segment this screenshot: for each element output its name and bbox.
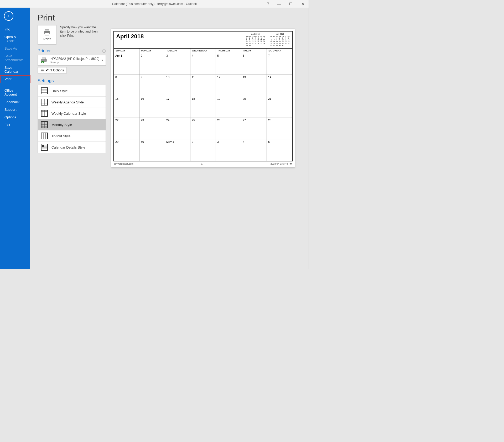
footer-email: terry@diswell.com [114, 162, 133, 165]
sidebar-item-support[interactable]: Support [0, 106, 30, 113]
window-controls: — ☐ ✕ [273, 0, 309, 8]
calendar-cell: 18 [190, 96, 216, 118]
style-icon [41, 99, 48, 106]
calendar-cell: 30 [139, 139, 165, 161]
svg-rect-5 [42, 58, 46, 60]
calendar-cell: 26 [216, 118, 241, 139]
calendar-cell: 14 [267, 75, 292, 96]
close-button[interactable]: ✕ [297, 0, 309, 8]
svg-rect-1 [45, 29, 49, 31]
back-button[interactable] [4, 11, 13, 21]
print-button[interactable]: Print [38, 25, 56, 45]
printer-status: Ready [50, 61, 99, 64]
style-daily-style[interactable]: Daily Style [38, 85, 106, 97]
calendar-row: 2930May 12345 [114, 139, 292, 161]
svg-rect-2 [45, 33, 49, 35]
sidebar-item-save-as: Save As [0, 45, 30, 52]
print-options-button[interactable]: Print Options [38, 67, 67, 73]
day-header-row: SUNDAYMONDAYTUESDAYWEDNESDAYTHURSDAYFRID… [113, 48, 293, 53]
calendar-cell: 2 [190, 139, 216, 161]
style-tri-fold-style[interactable]: Tri-fold Style [38, 130, 106, 142]
sidebar-item-feedback[interactable]: Feedback [0, 98, 30, 106]
minimize-button[interactable]: — [273, 0, 285, 8]
calendar-row: 15161718192021 [114, 96, 292, 118]
calendar-cell: 9 [139, 75, 165, 96]
style-label: Calendar Details Style [51, 145, 85, 149]
mini-calendar: May 2018SuMoTuWeThFrSa123456789101112131… [270, 33, 290, 46]
calendar-cell: 10 [165, 75, 190, 96]
printer-dropdown[interactable]: HPA2F9A2 (HP Officejet Pro 8620) Ready ▼ [38, 55, 106, 66]
style-label: Weekly Calendar Style [51, 112, 86, 115]
calendar-cell: 12 [216, 75, 241, 96]
calendar-cell: 7 [267, 53, 292, 75]
page-title: Print [38, 13, 106, 23]
sidebar-item-save-attachments: Save Attachments [0, 52, 30, 64]
sidebar-item-save-calendar[interactable]: Save Calendar [0, 64, 30, 75]
calendar-cell: 22 [114, 118, 139, 139]
calendar-cell: 19 [216, 96, 241, 118]
day-header: SATURDAY [267, 49, 292, 53]
sidebar-item-info[interactable]: Info [0, 25, 30, 33]
style-weekly-calendar-style[interactable]: Weekly Calendar Style [38, 108, 106, 119]
maximize-button[interactable]: ☐ [285, 0, 297, 8]
style-weekly-agenda-style[interactable]: Weekly Agenda Style [38, 97, 106, 108]
calendar-cell: 23 [139, 118, 165, 139]
calendar-month-title: April 2018 [116, 33, 144, 40]
calendar-cell: 3 [216, 139, 241, 161]
svg-point-3 [49, 31, 49, 32]
main-pane: Print Print Specify how you want the ite… [30, 8, 309, 269]
calendar-cell: 24 [165, 118, 190, 139]
style-icon [41, 144, 48, 151]
calendar-cell: 29 [114, 139, 139, 161]
window-title: Calendar (This computer only) - terry@di… [112, 2, 197, 6]
style-list: Daily StyleWeekly Agenda StyleWeekly Cal… [38, 85, 106, 153]
style-label: Tri-fold Style [51, 134, 70, 138]
day-header: THURSDAY [216, 49, 241, 53]
svg-rect-7 [41, 70, 44, 71]
calendar-cell: 5 [216, 53, 241, 75]
titlebar: Calendar (This computer only) - terry@di… [0, 0, 309, 8]
print-preview-page: April 2018 April 2018SuMoTuWeThFrSa12345… [111, 29, 295, 167]
printer-status-icon [40, 57, 48, 63]
arrow-left-icon [6, 14, 11, 18]
calendar-cell: 28 [267, 118, 292, 139]
info-icon[interactable]: i [102, 49, 106, 53]
day-header: SUNDAY [114, 49, 139, 53]
sidebar-item-print[interactable]: Print [0, 75, 30, 83]
day-header: TUESDAY [165, 49, 190, 53]
calendar-cell: 16 [139, 96, 165, 118]
print-description: Specify how you want the item to be prin… [60, 25, 100, 45]
calendar-cell: 8 [114, 75, 139, 96]
calendar-cell: 20 [241, 96, 267, 118]
help-icon[interactable]: ? [267, 1, 269, 5]
outlook-backstage-window: Calendar (This computer only) - terry@di… [0, 0, 309, 269]
calendar-cell: May 1 [165, 139, 190, 161]
style-label: Monthly Style [51, 123, 72, 127]
svg-rect-29 [41, 133, 48, 139]
svg-rect-33 [42, 145, 44, 147]
print-options-icon [40, 69, 44, 72]
sidebar-item-exit[interactable]: Exit [0, 121, 30, 129]
svg-rect-8 [41, 69, 43, 70]
style-monthly-style[interactable]: Monthly Style [38, 119, 106, 130]
calendar-row: 22232425262728 [114, 118, 292, 139]
sidebar-item-open-export[interactable]: Open & Export [0, 33, 30, 45]
calendar-cell: 27 [241, 118, 267, 139]
calendar-cell: 15 [114, 96, 139, 118]
preview-footer: terry@diswell.com 1 2018-04-03 3:48 PM [113, 161, 293, 165]
calendar-row: 891011121314 [114, 75, 292, 96]
style-calendar-details-style[interactable]: Calendar Details Style [38, 142, 106, 153]
print-settings-column: Print Print Specify how you want the ite… [38, 13, 106, 269]
day-header: WEDNESDAY [190, 49, 216, 53]
calendar-cell: 6 [241, 53, 267, 75]
backstage-sidebar: InfoOpen & ExportSave AsSave Attachments… [0, 8, 30, 269]
calendar-row: Apr 1234567 [114, 53, 292, 75]
sidebar-item-options[interactable]: Options [0, 113, 30, 121]
chevron-down-icon: ▼ [101, 59, 103, 62]
style-icon [41, 133, 48, 139]
sidebar-item-office-account[interactable]: Office Account [0, 87, 30, 98]
calendar-grid: Apr 123456789101112131415161718192021222… [113, 53, 293, 161]
calendar-cell: 5 [267, 139, 292, 161]
preview-column: April 2018 April 2018SuMoTuWeThFrSa12345… [106, 13, 309, 269]
day-header: FRIDAY [241, 49, 267, 53]
